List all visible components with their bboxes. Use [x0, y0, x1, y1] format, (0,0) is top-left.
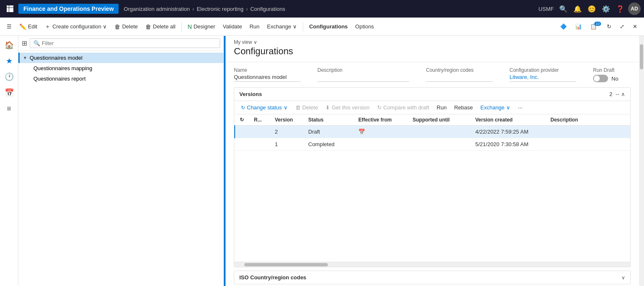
create-configuration-button[interactable]: ＋ Create configuration ∨ — [41, 20, 110, 33]
config-provider-value[interactable]: Litware, Inc. — [510, 74, 576, 82]
designer-icon: N — [188, 23, 192, 30]
options-button[interactable]: Options — [352, 21, 378, 32]
user-avatar[interactable]: AD — [628, 3, 641, 15]
breadcrumb-item-3[interactable]: Configurations — [250, 6, 285, 12]
configurations-tab[interactable]: Configurations — [306, 21, 351, 32]
view-toggle-icon[interactable]: 📊 — [572, 21, 585, 32]
col-supported-until[interactable]: Supported until — [408, 114, 470, 126]
vertical-scroll-thumb[interactable] — [640, 44, 643, 69]
designer-button[interactable]: N Designer — [184, 21, 218, 33]
list-icon[interactable]: ≡ — [2, 101, 17, 116]
badge-icon[interactable]: 📋10 — [587, 21, 602, 32]
versions-section: Versions 2 -- ∧ ↻ Change status ∨ 🗑 Dele… — [234, 87, 631, 267]
filter-icon-button[interactable]: 🔷 — [557, 21, 570, 32]
versions-delete-icon: 🗑 — [295, 104, 301, 111]
tree-children: Questionnaires mapping Questionnaires re… — [18, 63, 223, 84]
versions-exchange-button[interactable]: Exchange ∨ — [477, 103, 514, 112]
svg-rect-0 — [7, 5, 9, 8]
row-status: Completed — [303, 138, 353, 151]
separator-2 — [303, 22, 303, 32]
svg-rect-1 — [9, 5, 11, 8]
versions-delete-button[interactable]: 🗑 Delete — [292, 103, 322, 112]
compare-with-draft-button[interactable]: ↻ Compare with draft — [374, 103, 433, 112]
edit-button[interactable]: ✏️ Edit — [16, 21, 41, 33]
validate-button[interactable]: Validate — [219, 21, 245, 32]
table-row[interactable]: 2 Draft 📅 4/22/2022 7:59:25 AM — [235, 126, 630, 138]
table-row[interactable]: 1 Completed 5/21/2020 7:30:58 AM — [235, 138, 630, 151]
horizontal-scrollbar[interactable] — [234, 262, 630, 267]
iso-section: ISO Country/region codes ∨ — [234, 271, 631, 284]
description-value[interactable] — [317, 74, 409, 82]
row-supported-until — [408, 138, 470, 151]
breadcrumb-item-1[interactable]: Organization administration — [124, 6, 190, 12]
country-region-label: Country/region codes — [426, 67, 493, 73]
delete-button[interactable]: 🗑 Delete — [111, 21, 141, 33]
exchange-dropdown-icon: ∨ — [293, 23, 297, 30]
versions-run-button[interactable]: Run — [434, 103, 450, 112]
col-description[interactable]: Description — [545, 114, 630, 126]
clock-icon[interactable]: 🕐 — [2, 69, 17, 84]
emoji-icon[interactable]: 😊 — [586, 3, 598, 15]
exchange-button[interactable]: Exchange ∨ — [264, 21, 300, 32]
iso-header[interactable]: ISO Country/region codes ∨ — [234, 271, 630, 284]
scroll-thumb[interactable] — [244, 263, 328, 266]
versions-data-table: ↻ R... Version Status Effective from Sup… — [234, 114, 630, 151]
run-draft-field: Run Draft No — [593, 67, 619, 82]
change-status-icon: ↻ — [241, 105, 245, 111]
settings-gear-icon[interactable]: ⚙️ — [600, 3, 612, 15]
breadcrumb: Organization administration › Electronic… — [124, 6, 537, 12]
calendar-icon[interactable]: 📅 — [2, 85, 17, 100]
name-value[interactable]: Questionnaires model — [234, 74, 301, 82]
versions-collapse-icon[interactable]: ∧ — [621, 91, 625, 97]
help-icon[interactable]: ❓ — [614, 3, 626, 15]
run-draft-toggle[interactable] — [593, 75, 608, 82]
breadcrumb-chevron-2: › — [246, 6, 248, 12]
refresh-icon[interactable]: ↻ — [603, 21, 615, 32]
create-config-dropdown-icon: ∨ — [103, 23, 107, 30]
change-status-button[interactable]: ↻ Change status ∨ — [238, 103, 291, 112]
tree-search-box[interactable]: 🔍 — [30, 38, 220, 48]
home-icon[interactable]: 🏠 — [2, 38, 17, 53]
col-effective-from[interactable]: Effective from — [353, 114, 408, 126]
country-region-value[interactable] — [426, 74, 493, 82]
app-grid-button[interactable] — [3, 2, 17, 15]
tree-item-questionnaires-mapping[interactable]: Questionnaires mapping — [30, 63, 223, 73]
breadcrumb-item-2[interactable]: Electronic reporting — [197, 6, 243, 12]
col-r[interactable]: R... — [249, 114, 270, 126]
content-header: My view ∨ Configurations — [226, 36, 639, 62]
open-new-window-icon[interactable]: ⤢ — [616, 21, 628, 32]
col-version[interactable]: Version — [270, 114, 303, 126]
col-status[interactable]: Status — [303, 114, 353, 126]
more-options-button[interactable]: ··· — [515, 103, 526, 112]
rebase-button[interactable]: Rebase — [451, 103, 476, 112]
tree-filter-icon[interactable]: ⊞ — [22, 39, 27, 47]
row-description — [545, 138, 630, 151]
main-layout: 🏠 ★ 🕐 📅 ≡ ⊞ 🔍 ▼ Questionnaires model Que… — [0, 36, 644, 286]
get-this-version-button[interactable]: ⬇ Get this version — [322, 103, 373, 112]
tree-content: ▼ Questionnaires model Questionnaires ma… — [18, 51, 223, 286]
sidebar-toggle-icon[interactable]: ☰ — [3, 21, 15, 32]
col-version-created[interactable]: Version created — [470, 114, 545, 126]
tree-item-questionnaires-report[interactable]: Questionnaires report — [30, 73, 223, 84]
star-icon[interactable]: ★ — [2, 53, 17, 68]
country-region-field: Country/region codes — [426, 67, 493, 82]
search-icon-button[interactable]: 🔍 — [557, 3, 570, 15]
versions-nav-separator: -- — [616, 91, 619, 97]
vertical-scrollbar[interactable] — [639, 36, 644, 286]
row-sync-icon — [235, 138, 249, 151]
row-version-created: 4/22/2022 7:59:25 AM — [470, 126, 545, 138]
calendar-cell-icon[interactable]: 📅 — [358, 129, 365, 135]
more-icon: ··· — [518, 104, 522, 111]
notification-bell-icon[interactable]: 🔔 — [571, 3, 584, 15]
run-button[interactable]: Run — [246, 21, 263, 32]
row-status: Draft — [303, 126, 353, 138]
tree-item-questionnaires-model[interactable]: ▼ Questionnaires model — [18, 53, 223, 63]
close-icon[interactable]: ✕ — [629, 21, 641, 32]
delete-all-button[interactable]: 🗑 Delete all — [142, 21, 179, 33]
tree-search-input[interactable] — [42, 40, 216, 46]
get-version-icon: ⬇ — [325, 104, 330, 111]
content-area: My view ∨ Configurations Name Questionna… — [226, 36, 639, 286]
separator-1 — [181, 22, 182, 32]
my-view-dropdown[interactable]: My view ∨ — [234, 39, 631, 45]
svg-rect-8 — [11, 10, 13, 12]
